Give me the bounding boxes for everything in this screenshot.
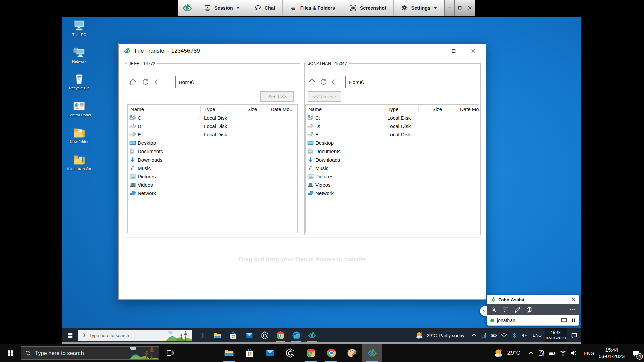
ft-close-button[interactable] <box>471 48 476 54</box>
file-row[interactable]: Music <box>128 164 297 172</box>
file-row[interactable]: D: Local Disk <box>306 122 479 130</box>
toolbar-files-folders-button[interactable]: Files & Folders <box>283 0 342 16</box>
widget-copy-button[interactable] <box>526 307 532 313</box>
file-row[interactable]: Pictures <box>306 172 479 181</box>
monitor-icon[interactable] <box>561 318 567 323</box>
widget-chat-lines-button[interactable] <box>502 307 509 313</box>
taskbar-explorer-button[interactable] <box>219 344 239 362</box>
file-list[interactable]: NameTypeSizeDate Mo... C: Local Disk D: … <box>305 104 479 233</box>
send-button[interactable]: Send >> <box>260 91 294 102</box>
tray-speaker-button[interactable] <box>569 344 579 362</box>
taskbar-zoho-app-button[interactable] <box>362 344 382 362</box>
desktop-icon-folder-transfer[interactable]: folder transfer <box>64 153 94 180</box>
drop-zone[interactable]: Drag and drop your files or folders to t… <box>124 237 481 296</box>
file-row[interactable]: C: Local Disk <box>306 114 479 122</box>
taskbar-mail-button[interactable] <box>241 328 257 342</box>
tray-tablet-button[interactable] <box>480 328 488 342</box>
remote-clock[interactable]: 15:43 03-01-2023 <box>545 328 567 342</box>
toolbar-screenshot-button[interactable]: Screenshot <box>342 0 394 16</box>
file-row[interactable]: Desktop <box>306 139 479 147</box>
column-header[interactable]: Date Mo... <box>267 106 297 112</box>
file-row[interactable]: Network <box>306 189 479 197</box>
desktop-icon-network[interactable]: Network <box>64 46 94 72</box>
column-header[interactable]: Name <box>306 106 384 112</box>
taskbar-explorer-button[interactable] <box>210 328 225 342</box>
taskbar-task-view-button[interactable] <box>194 328 210 342</box>
file-row[interactable]: E: Local Disk <box>306 130 479 139</box>
local-action-center-button[interactable]: 4 <box>628 344 644 362</box>
toolbar-session-button[interactable]: Session <box>197 0 247 16</box>
file-row[interactable]: D: Local Disk <box>128 122 297 130</box>
taskbar-chrome-button[interactable] <box>321 344 341 362</box>
file-row[interactable]: Downloads <box>128 156 297 164</box>
viewer-minimize-button[interactable] <box>444 0 454 16</box>
file-row[interactable]: C: Local Disk <box>128 114 297 122</box>
local-task-view-button[interactable] <box>162 344 178 362</box>
tray-speaker-button[interactable] <box>520 328 529 342</box>
widget-session-row[interactable]: jonathan <box>487 315 579 325</box>
refresh-icon[interactable] <box>319 78 328 86</box>
remote-language-indicator[interactable]: ENG <box>533 333 542 338</box>
tray-wifi-button[interactable] <box>558 344 568 362</box>
tray-chevron-up-button[interactable] <box>470 328 478 342</box>
taskbar-viewer3d-button[interactable] <box>280 344 301 362</box>
taskbar-paint-button[interactable] <box>341 344 362 362</box>
back-arrow-icon[interactable] <box>154 78 163 86</box>
viewer-restore-button[interactable] <box>454 0 465 16</box>
desktop-icon-control-panel[interactable]: Control Panel <box>64 99 94 126</box>
viewer-close-button[interactable] <box>465 0 475 16</box>
widget-header[interactable]: Zoho Assist <box>487 295 579 304</box>
local-start-button[interactable] <box>0 344 21 362</box>
remote-search-input[interactable] <box>89 333 166 338</box>
left-path-input[interactable] <box>175 76 294 88</box>
remote-start-button[interactable] <box>62 328 78 342</box>
taskbar-store-button[interactable] <box>225 328 241 342</box>
tray-wifi-button[interactable] <box>500 328 508 342</box>
file-row[interactable]: Videos <box>306 181 479 189</box>
taskbar-chrome-down-button[interactable] <box>273 328 288 342</box>
file-row[interactable]: Desktop <box>128 139 297 147</box>
column-header[interactable]: Date Mo... <box>456 106 479 112</box>
file-row[interactable]: Documents <box>306 147 479 156</box>
column-header[interactable]: Size <box>418 106 456 112</box>
file-row[interactable]: Music <box>306 164 479 172</box>
remote-weather-widget[interactable]: 29°C Partly sunny <box>415 331 464 339</box>
local-weather-widget[interactable]: 29°C <box>494 348 520 358</box>
column-header[interactable]: Name <box>128 106 200 112</box>
tray-tablet-button[interactable] <box>537 344 547 362</box>
desktop-icon-recycle-bin[interactable]: Recycle Bin <box>64 72 94 99</box>
local-clock[interactable]: 15:44 03-01-2023 <box>599 347 625 360</box>
desktop-icon-new-folder[interactable]: New folder <box>64 126 94 153</box>
pause-session-button[interactable] <box>571 318 576 323</box>
file-list[interactable]: NameTypeSizeDate Mo... C: Local Disk D: … <box>127 104 298 233</box>
local-search-input[interactable] <box>35 350 128 356</box>
tray-bluetooth-button[interactable] <box>510 328 519 342</box>
taskbar-viewer3d-button[interactable] <box>257 328 273 342</box>
widget-person-button[interactable] <box>491 307 497 313</box>
local-language-indicator[interactable]: ENG <box>584 350 595 356</box>
column-header[interactable]: Type <box>200 106 237 112</box>
widget-close-button[interactable] <box>571 297 576 302</box>
remote-search-box[interactable] <box>78 330 192 341</box>
remote-action-center-button[interactable] <box>567 328 581 342</box>
column-header[interactable]: Size <box>237 106 267 112</box>
ft-maximize-button[interactable] <box>451 48 457 54</box>
ft-minimize-button[interactable] <box>432 48 437 54</box>
tray-battery-button[interactable] <box>490 328 498 342</box>
right-path-input[interactable] <box>345 76 475 88</box>
file-row[interactable]: Network <box>128 189 297 197</box>
home-icon[interactable] <box>308 78 316 86</box>
tray-battery-button[interactable] <box>547 344 557 362</box>
file-row[interactable]: Pictures <box>128 172 297 181</box>
toolbar-chat-button[interactable]: Chat <box>247 0 283 16</box>
file-row[interactable]: Documents <box>128 147 297 156</box>
more-options-button[interactable] <box>569 309 575 311</box>
file-row[interactable]: E: Local Disk <box>128 130 297 139</box>
receive-button[interactable]: << Recieve <box>308 91 341 102</box>
zoho-assist-logo-button[interactable] <box>178 0 197 16</box>
file-transfer-titlebar[interactable]: File Transfer - 123456789 <box>119 44 486 58</box>
tray-chevron-up-button[interactable] <box>526 344 536 362</box>
file-row[interactable]: Downloads <box>306 156 479 164</box>
local-search-box[interactable] <box>21 346 159 360</box>
taskbar-mail-button[interactable] <box>260 344 280 362</box>
